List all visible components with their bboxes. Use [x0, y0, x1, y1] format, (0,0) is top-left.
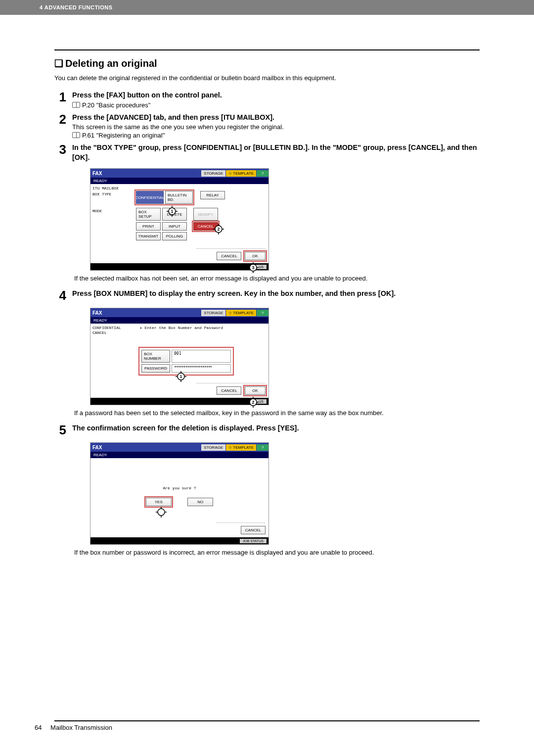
section-title: ❏Deleting an original [54, 57, 480, 69]
ready-bar: READY [90, 317, 268, 324]
fax-title: FAX [90, 310, 104, 316]
step-number: 1 [54, 91, 66, 109]
step-4: 4 Press [BOX NUMBER] to display the entr… [54, 289, 480, 302]
ready-bar: READY [90, 452, 268, 458]
book-icon [72, 102, 80, 108]
cancel-button[interactable]: CANCEL [217, 386, 241, 395]
template-button[interactable]: ☆ TEMPLATE [226, 170, 256, 177]
step-heading: Press [BOX NUMBER] to display the entry … [72, 289, 480, 299]
step-number: 3 [54, 143, 66, 162]
ok-button[interactable]: OK [245, 386, 266, 395]
section-title-text: Deleting an original [65, 58, 157, 69]
storage-button[interactable]: STORAGE [201, 310, 225, 316]
ok-button[interactable]: OK [245, 252, 266, 260]
step-1: 1 Press the [FAX] button on the control … [54, 91, 480, 109]
step-reference: P.61 "Registering an original" [72, 132, 480, 139]
box-number-field[interactable]: 001 [172, 350, 231, 363]
box-number-button[interactable]: BOX NUMBER [141, 350, 170, 363]
step5-note: If the box number or password is incorre… [74, 549, 480, 556]
transmit-button[interactable]: TRANSMIT [136, 232, 161, 240]
step3-note: If the selected mailbox has not been set… [74, 275, 480, 282]
callout-1-icon: 1 [176, 371, 186, 382]
screenshot-step4: FAX STORAGE ☆ TEMPLATE ? READY CONFIDENT… [90, 308, 480, 405]
fax-titlebar: FAX STORAGE ☆ TEMPLATE ? [90, 169, 268, 178]
cancel-button[interactable]: CANCEL [217, 252, 241, 260]
svg-text:3: 3 [252, 265, 255, 270]
fax-title: FAX [90, 445, 104, 450]
password-button[interactable]: PASSWORD [141, 364, 170, 373]
screenshot-step5: FAX STORAGE ☆ TEMPLATE ? READY Are you s… [90, 442, 480, 545]
job-status-button[interactable]: JOB STATUS [240, 539, 267, 543]
help-button[interactable]: ? [257, 310, 268, 316]
square-bullet-icon: ❏ [54, 58, 63, 69]
step-reference: P.20 "Basic procedures" [72, 101, 480, 109]
book-icon [72, 132, 80, 138]
box-type-label: BOX TYPE [92, 192, 111, 196]
step-heading: The confirmation screen for the deletion… [72, 424, 480, 433]
step-heading: In the "BOX TYPE" group, press [CONFIDEN… [72, 143, 480, 162]
template-button[interactable]: ☆ TEMPLATE [226, 444, 256, 451]
chapter-header: 4 ADVANCED FUNCTIONS [0, 0, 534, 15]
callout-3-icon: 3 [248, 262, 257, 271]
context-cancel: CANCEL [92, 331, 107, 335]
callout-2-icon: 2 [248, 397, 257, 406]
callout-hand-icon [156, 507, 167, 518]
ready-bar: READY [90, 178, 268, 184]
step-3: 3 In the "BOX TYPE" group, press [CONFID… [54, 143, 480, 162]
shot-footer: 2 US [90, 398, 268, 405]
step-5: 5 The confirmation screen for the deleti… [54, 424, 480, 436]
prompt-text: ▸ Enter the Box Number and Password [140, 326, 223, 330]
modify-button[interactable]: MODIFY [193, 208, 218, 221]
screenshot-step3: FAX STORAGE ☆ TEMPLATE ? READY ITU MAILB… [90, 168, 480, 271]
page-number: 64 [35, 724, 42, 731]
shot-footer: 3 US [90, 263, 268, 270]
itu-mailbox-label: ITU MAILBOX [92, 186, 119, 190]
print-button[interactable]: PRINT [136, 222, 161, 231]
callout-1-icon: 1 [167, 206, 178, 217]
step-subtext: This screen is the same as the one you s… [72, 123, 480, 131]
step4-note: If a password has been set to the select… [74, 409, 480, 417]
rule-bottom [54, 720, 480, 721]
footer-section: Mailbox Transmission [50, 724, 112, 731]
bulletin-button[interactable]: BULLETIN BD. [165, 191, 193, 204]
step-heading: Press the [ADVANCED] tab, and then press… [72, 113, 480, 123]
box-setup-button[interactable]: BOX SETUP [136, 208, 161, 221]
svg-text:1: 1 [171, 209, 173, 214]
step-number: 2 [54, 113, 66, 140]
template-button[interactable]: ☆ TEMPLATE [226, 310, 256, 316]
svg-text:2: 2 [252, 400, 255, 405]
storage-button[interactable]: STORAGE [201, 444, 225, 451]
input-button[interactable]: INPUT [162, 222, 187, 231]
step-number: 5 [54, 424, 66, 436]
step-number: 4 [54, 289, 66, 302]
intro-text: You can delete the original registered i… [54, 74, 480, 82]
fax-titlebar: FAX STORAGE ☆ TEMPLATE ? [90, 308, 268, 317]
confidential-button[interactable]: CONFIDENTIAL [136, 191, 164, 204]
no-button[interactable]: NO [187, 498, 213, 506]
step-2: 2 Press the [ADVANCED] tab, and then pre… [54, 113, 480, 140]
mode-label: MODE [92, 209, 102, 213]
page-footer: 64 Mailbox Transmission [35, 724, 112, 731]
yes-button[interactable]: YES [146, 498, 172, 506]
fax-titlebar: FAX STORAGE ☆ TEMPLATE ? [90, 443, 268, 452]
relay-button[interactable]: RELAY [200, 191, 225, 199]
help-button[interactable]: ? [257, 170, 268, 177]
context-confidential: CONFIDENTIAL [92, 326, 121, 330]
help-button[interactable]: ? [257, 444, 268, 451]
rule-top [54, 49, 480, 50]
cancel-button[interactable]: CANCEL [241, 526, 266, 534]
svg-text:2: 2 [217, 227, 220, 232]
fax-title: FAX [90, 171, 104, 176]
step-heading: Press the [FAX] button on the control pa… [72, 91, 480, 100]
svg-point-10 [158, 509, 165, 516]
storage-button[interactable]: STORAGE [201, 170, 225, 177]
polling-button[interactable]: POLLING [162, 232, 187, 240]
confirm-prompt: Are you sure ? [90, 486, 268, 490]
svg-text:1: 1 [179, 374, 182, 379]
callout-2-icon: 2 [213, 224, 224, 235]
shot-footer: JOB STATUS [90, 537, 268, 544]
